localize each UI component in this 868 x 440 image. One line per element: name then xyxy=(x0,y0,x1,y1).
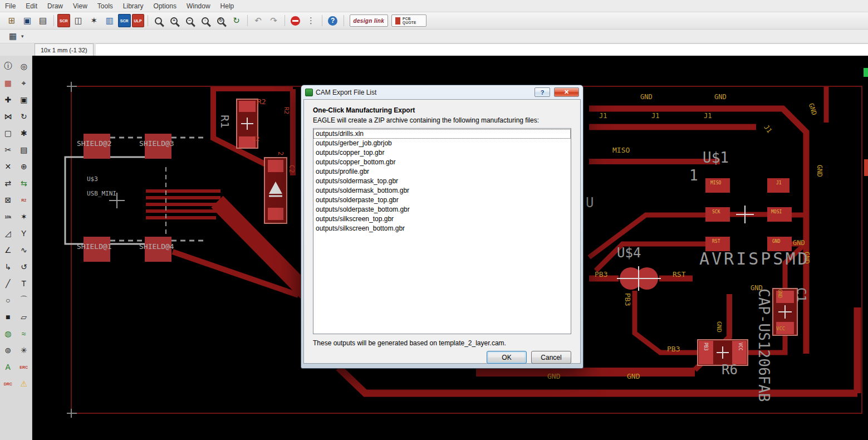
status-dots-icon[interactable]: ⋮ xyxy=(304,14,318,27)
pcb-label: 1 xyxy=(689,168,698,183)
file-item[interactable]: outputs/silkscreen_bottom.gbr xyxy=(313,224,571,233)
command-line-input[interactable] xyxy=(96,43,868,56)
tool-cut[interactable]: ✂ xyxy=(0,143,16,157)
file-item[interactable]: outputs/drills.xln xyxy=(313,129,571,139)
file-item[interactable]: outputs/profile.gbr xyxy=(313,167,571,177)
file-item[interactable]: outputs/gerber_job.gbrjob xyxy=(313,139,571,148)
tool-delete[interactable]: ✕ xyxy=(0,159,16,174)
dialog-close-button[interactable]: ✕ xyxy=(554,87,579,97)
tool-paste[interactable]: ▤ xyxy=(16,143,32,157)
design-link-button[interactable]: design link xyxy=(350,14,389,27)
export-image-icon[interactable]: ◫ xyxy=(71,14,86,27)
tool-show[interactable]: ◎ xyxy=(16,59,32,74)
tool-text[interactable]: T xyxy=(16,276,32,291)
redo-icon[interactable]: ↷ xyxy=(267,14,281,27)
ok-button[interactable]: OK xyxy=(487,351,527,364)
tool-auto[interactable]: A xyxy=(0,360,16,374)
pcb-label: GND xyxy=(793,239,805,246)
tool-erc[interactable]: ERC xyxy=(16,360,32,374)
tool-hole[interactable]: ⊚ xyxy=(0,343,16,358)
file-item[interactable]: outputs/copper_top.gbr xyxy=(313,148,571,158)
menu-window[interactable]: Window xyxy=(182,1,215,12)
zoom-in-icon[interactable]: + xyxy=(167,14,182,27)
tool-copy[interactable]: ▣ xyxy=(16,92,32,107)
stop-icon[interactable] xyxy=(288,14,303,27)
run-ulp-icon[interactable]: ULP xyxy=(132,14,144,27)
tool-rotate[interactable]: ↻ xyxy=(16,109,32,124)
pcb-label: U xyxy=(586,196,594,209)
menu-tools[interactable]: Tools xyxy=(92,1,118,12)
tool-split[interactable]: Y xyxy=(16,226,32,241)
file-item[interactable]: outputs/silkscreen_top.gbr xyxy=(313,214,571,224)
tool-ratsnest[interactable]: ✳ xyxy=(16,343,32,358)
run-script-icon[interactable]: SCR xyxy=(57,14,70,27)
file-item[interactable]: outputs/solderpaste_top.gbr xyxy=(313,195,571,205)
menu-draw[interactable]: Draw xyxy=(42,1,68,12)
zoom-fit-icon[interactable] xyxy=(151,14,166,27)
layer-settings-icon[interactable]: ▥ xyxy=(102,14,117,27)
dialog-help-button[interactable]: ? xyxy=(534,87,550,97)
cam-processor-icon[interactable]: ✶ xyxy=(87,14,101,27)
undo-icon[interactable]: ↶ xyxy=(251,14,266,27)
tool-drc[interactable]: DRC xyxy=(0,377,16,391)
file-list[interactable]: outputs/drills.xlnoutputs/gerber_job.gbr… xyxy=(313,128,571,334)
dialog-titlebar[interactable]: CAM Export File List ? ✕ xyxy=(303,85,581,99)
pcb-label: MISO xyxy=(710,181,721,185)
menu-help[interactable]: Help xyxy=(215,1,239,12)
tool-change[interactable]: ✱ xyxy=(16,126,32,140)
tool-optimize[interactable]: ∠ xyxy=(0,243,16,257)
file-item[interactable]: outputs/copper_bottom.gbr xyxy=(313,158,571,167)
tool-move[interactable]: ✚ xyxy=(0,92,16,107)
save-icon[interactable]: ▣ xyxy=(20,14,35,27)
tool-miter[interactable]: ◿ xyxy=(0,226,16,241)
tool-group[interactable]: ▢ xyxy=(0,126,16,140)
tool-replace[interactable]: ⇆ xyxy=(16,176,32,190)
file-item[interactable]: outputs/soldermask_top.gbr xyxy=(313,177,571,186)
tool-ripup[interactable]: ↺ xyxy=(16,260,32,274)
redraw-icon[interactable]: ↻ xyxy=(229,14,244,27)
pcb-label: GND xyxy=(816,165,823,177)
tool-name[interactable]: R2 xyxy=(16,193,32,207)
help-icon[interactable]: ? xyxy=(326,14,340,27)
tool-mirror[interactable]: ⋈ xyxy=(0,109,16,124)
pcb-label: J1 xyxy=(763,124,773,134)
tool-lock[interactable]: ⊠ xyxy=(0,193,16,207)
zoom-select-icon[interactable]: ▫ xyxy=(198,14,213,27)
tool-circle[interactable]: ○ xyxy=(0,293,16,307)
open-icon[interactable]: ⊞ xyxy=(4,14,19,27)
tool-via[interactable]: ◍ xyxy=(0,326,16,341)
tool-mark[interactable]: ⌖ xyxy=(16,76,32,90)
grid-button[interactable]: ▦ xyxy=(6,30,20,43)
print-icon[interactable]: ▤ xyxy=(36,14,50,27)
file-item[interactable]: outputs/soldermask_bottom.gbr xyxy=(313,186,571,195)
tool-info[interactable]: ⓘ xyxy=(0,59,16,74)
tool-rect[interactable]: ■ xyxy=(0,310,16,324)
pcb-label: USB_MINI xyxy=(87,190,116,197)
menu-file[interactable]: File xyxy=(0,1,21,12)
zoom-out-icon[interactable]: − xyxy=(183,14,197,27)
pcb-label: C2 xyxy=(288,165,295,173)
tool-wire[interactable]: ╱ xyxy=(0,276,16,291)
script-icon[interactable]: SCR xyxy=(118,14,131,27)
menu-options[interactable]: Options xyxy=(149,1,182,12)
tool-route[interactable]: ↳ xyxy=(0,260,16,274)
tool-meander[interactable]: ∿ xyxy=(16,243,32,257)
dialog-footer-note: These outputs will be generated based on… xyxy=(313,339,571,347)
menu-view[interactable]: View xyxy=(68,1,92,12)
tool-errors[interactable]: ⚠ xyxy=(16,377,32,391)
pcb-quote-button[interactable]: PCB QUOTE xyxy=(391,14,426,27)
zoom-redraw-icon[interactable]: ↻ xyxy=(214,14,228,27)
grid-dropdown-caret[interactable]: ▾ xyxy=(21,33,24,39)
tool-display[interactable]: ▦ xyxy=(0,76,16,90)
tool-value[interactable]: 10k xyxy=(0,209,16,224)
tool-smash[interactable]: ✶ xyxy=(16,209,32,224)
cancel-button[interactable]: Cancel xyxy=(531,351,571,364)
tool-polygon[interactable]: ▱ xyxy=(16,310,32,324)
tool-add[interactable]: ⊕ xyxy=(16,159,32,174)
menu-edit[interactable]: Edit xyxy=(21,1,42,12)
menu-library[interactable]: Library xyxy=(118,1,149,12)
tool-signal[interactable]: ≈ xyxy=(16,326,32,341)
tool-arc[interactable]: ⌒ xyxy=(16,293,32,307)
tool-pinswap[interactable]: ⇄ xyxy=(0,176,16,190)
file-item[interactable]: outputs/solderpaste_bottom.gbr xyxy=(313,205,571,214)
